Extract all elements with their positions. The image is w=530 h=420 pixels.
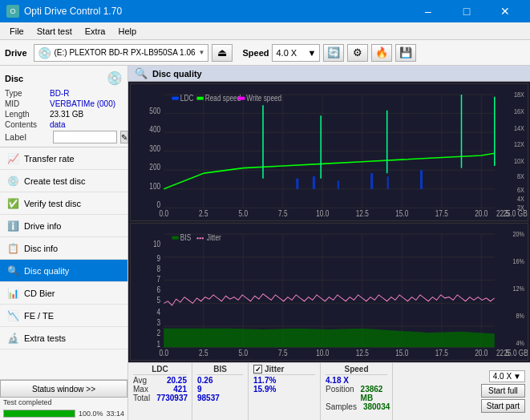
save-button[interactable]: 💾 bbox=[395, 44, 416, 62]
svg-text:14X: 14X bbox=[514, 124, 524, 132]
drive-selector[interactable]: 💿 (E:) PLEXTOR BD-R PX-LB950SA 1.06 ▼ bbox=[34, 44, 209, 62]
bis-max-val: 9 bbox=[197, 385, 202, 394]
svg-text:LDC: LDC bbox=[180, 93, 194, 103]
svg-text:4: 4 bbox=[157, 307, 161, 317]
svg-text:12X: 12X bbox=[514, 141, 524, 149]
svg-text:12.5: 12.5 bbox=[356, 208, 369, 218]
sidebar-item-drive-info[interactable]: ℹ️ Drive info bbox=[0, 215, 127, 237]
stats-speed: Speed 4.18 X Position 23862 MB Samples 3… bbox=[321, 363, 393, 420]
svg-text:10: 10 bbox=[153, 239, 160, 248]
ldc-header: LDC bbox=[133, 365, 187, 375]
disc-contents-row: Contents data bbox=[5, 120, 123, 129]
menu-file[interactable]: File bbox=[3, 25, 30, 38]
svg-text:8: 8 bbox=[157, 264, 161, 273]
jitter-checkbox[interactable]: ✓ bbox=[253, 365, 262, 374]
sidebar-label-disc-info: Disc info bbox=[24, 244, 58, 253]
svg-rect-43 bbox=[313, 176, 315, 189]
sidebar-item-create-test-disc[interactable]: 💿 Create test disc bbox=[0, 170, 127, 192]
svg-text:10.0: 10.0 bbox=[316, 348, 329, 357]
svg-text:2: 2 bbox=[157, 328, 161, 337]
sidebar-item-fe-te[interactable]: 📉 FE / TE bbox=[0, 305, 127, 327]
disc-mid-value: VERBATIMe (000) bbox=[50, 99, 123, 108]
chart-header-icon: 🔍 bbox=[135, 67, 148, 79]
sidebar-item-transfer-rate[interactable]: 📈 Transfer rate bbox=[0, 147, 127, 170]
svg-text:16%: 16% bbox=[512, 257, 524, 265]
max-label: Max bbox=[133, 385, 148, 394]
svg-text:12.5: 12.5 bbox=[356, 348, 369, 357]
svg-rect-46 bbox=[387, 176, 389, 189]
disc-label-input[interactable] bbox=[53, 131, 117, 143]
menu-extra[interactable]: Extra bbox=[79, 25, 112, 38]
settings-button[interactable]: ⚙ bbox=[347, 44, 368, 62]
speed-combo-selector[interactable]: 4.0 X ▼ bbox=[489, 370, 525, 382]
bis-avg-row: 0.26 bbox=[197, 376, 243, 385]
svg-text:25.0 GB: 25.0 GB bbox=[504, 348, 528, 357]
sidebar-item-verify-test-disc[interactable]: ✅ Verify test disc bbox=[0, 192, 127, 215]
svg-text:100: 100 bbox=[149, 181, 160, 191]
stats-ldc: LDC Avg 20.25 Max 421 Total 7730937 bbox=[128, 363, 192, 420]
start-buttons: Start full Start part bbox=[481, 384, 525, 413]
title-bar: O Opti Drive Control 1.70 – □ ✕ bbox=[0, 0, 530, 22]
burn-button[interactable]: 🔥 bbox=[371, 44, 392, 62]
disc-icon: 💿 bbox=[107, 71, 123, 86]
menu-bar: File Start test Extra Help bbox=[0, 22, 530, 40]
eject-button[interactable]: ⏏ bbox=[212, 44, 233, 62]
svg-text:500: 500 bbox=[149, 106, 160, 115]
svg-text:7.5: 7.5 bbox=[278, 348, 287, 357]
svg-text:6: 6 bbox=[157, 285, 161, 294]
disc-panel: Disc 💿 Type BD-R MID VERBATIMe (000) Len… bbox=[0, 66, 127, 147]
position-label: Position bbox=[326, 385, 354, 402]
disc-mid-label: MID bbox=[5, 99, 50, 108]
sidebar-status-bar: Status window >> Test completed 100.0% 3… bbox=[0, 379, 127, 420]
speed-arrow: ▼ bbox=[308, 48, 317, 58]
bis-total-row: 98537 bbox=[197, 394, 243, 402]
svg-text:20%: 20% bbox=[512, 230, 524, 238]
progress-text: 100.0% bbox=[79, 410, 103, 418]
app-icon: O bbox=[6, 5, 19, 18]
sidebar-label-transfer-rate: Transfer rate bbox=[24, 154, 75, 164]
disc-info-icon: 📋 bbox=[6, 242, 19, 255]
svg-text:10X: 10X bbox=[514, 158, 524, 166]
svg-text:5: 5 bbox=[157, 295, 161, 305]
window-controls: – □ ✕ bbox=[410, 0, 524, 22]
start-part-button[interactable]: Start part bbox=[481, 399, 525, 413]
transfer-rate-icon: 📈 bbox=[6, 152, 19, 165]
title-bar-left: O Opti Drive Control 1.70 bbox=[6, 5, 122, 18]
sidebar-item-extra-tests[interactable]: 🔬 Extra tests bbox=[0, 327, 127, 349]
disc-label-edit-button[interactable]: ✎ bbox=[120, 131, 128, 143]
position-row: Position 23862 MB bbox=[326, 385, 387, 402]
sidebar-item-disc-info[interactable]: 📋 Disc info bbox=[0, 237, 127, 260]
progress-bar-inner bbox=[4, 410, 75, 417]
svg-rect-0 bbox=[131, 84, 528, 220]
sidebar-item-cd-bier[interactable]: 📊 CD Bier bbox=[0, 282, 127, 305]
speed-avg-row: 4.18 X bbox=[326, 376, 387, 385]
refresh-button[interactable]: 🔄 bbox=[323, 44, 344, 62]
close-button[interactable]: ✕ bbox=[487, 0, 524, 22]
svg-text:4X: 4X bbox=[517, 196, 524, 204]
svg-text:0.0: 0.0 bbox=[160, 348, 168, 357]
minimize-button[interactable]: – bbox=[410, 0, 447, 22]
svg-text:8X: 8X bbox=[517, 172, 524, 180]
menu-start-test[interactable]: Start test bbox=[30, 25, 79, 38]
svg-text:8%: 8% bbox=[516, 312, 524, 320]
svg-text:7: 7 bbox=[157, 274, 161, 284]
cd-bier-icon: 📊 bbox=[6, 287, 19, 300]
maximize-button[interactable]: □ bbox=[448, 0, 485, 22]
svg-text:Write speed: Write speed bbox=[246, 93, 281, 103]
disc-length-value: 23.31 GB bbox=[50, 110, 123, 119]
speed-avg-val: 4.18 X bbox=[326, 376, 349, 385]
position-val: 23862 MB bbox=[361, 385, 387, 402]
disc-contents-label: Contents bbox=[5, 120, 50, 129]
drive-value: (E:) PLEXTOR BD-R PX-LB950SA 1.06 bbox=[55, 48, 196, 57]
disc-mid-row: MID VERBATIMe (000) bbox=[5, 99, 123, 108]
sidebar-item-disc-quality[interactable]: 🔍 Disc quality bbox=[0, 260, 127, 282]
jitter-avg-val: 11.7% bbox=[253, 376, 276, 385]
stats-bottom: LDC Avg 20.25 Max 421 Total 7730937 BIS bbox=[128, 362, 530, 420]
svg-text:10.0: 10.0 bbox=[316, 208, 329, 218]
menu-help[interactable]: Help bbox=[111, 25, 143, 38]
status-window-button[interactable]: Status window >> bbox=[0, 380, 127, 398]
sidebar: Disc 💿 Type BD-R MID VERBATIMe (000) Len… bbox=[0, 66, 128, 420]
svg-text:15.0: 15.0 bbox=[395, 208, 408, 218]
speed-selector[interactable]: 4.0 X ▼ bbox=[272, 44, 320, 62]
start-full-button[interactable]: Start full bbox=[481, 384, 525, 398]
